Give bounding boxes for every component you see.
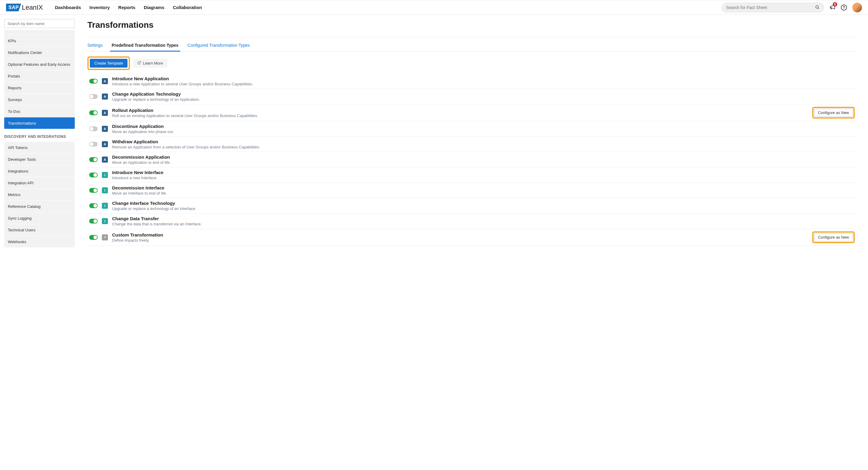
learn-more-label: Learn More	[143, 61, 163, 65]
enable-toggle[interactable]	[89, 79, 98, 84]
nav-links: Dashboards Inventory Reports Diagrams Co…	[55, 5, 202, 10]
row-text: Withdraw ApplicationRemove an Applicatio…	[112, 139, 855, 149]
nav-right: 5 ?	[721, 3, 862, 12]
nav-inventory[interactable]: Inventory	[90, 5, 110, 10]
transformation-row: ARollout ApplicationRoll out an existing…	[87, 105, 857, 121]
enable-toggle[interactable]	[89, 94, 98, 99]
enable-toggle[interactable]	[89, 110, 98, 115]
sidebar-item-webhooks[interactable]: Webhooks	[4, 236, 75, 247]
row-text: Decommission ApplicationMove an Applicat…	[112, 154, 855, 165]
svg-point-0	[816, 5, 818, 8]
sidebar-item-surveys[interactable]: Surveys	[4, 94, 75, 105]
sidebar-item-integration-api[interactable]: Integration API	[4, 177, 75, 188]
sidebar-item-notifications-center[interactable]: Notifications Center	[4, 47, 75, 58]
svg-line-2	[139, 62, 141, 63]
row-title: Introduce New Interface	[112, 170, 855, 175]
row-description: Move an Application into phase out.	[112, 129, 855, 134]
external-link-icon	[137, 61, 141, 65]
sidebar-item-truncated[interactable]	[4, 30, 75, 35]
enable-toggle[interactable]	[89, 235, 98, 240]
type-badge: I	[102, 187, 108, 194]
row-title: Change Data Transfer	[112, 216, 855, 221]
type-badge: ?	[102, 234, 108, 240]
enable-toggle[interactable]	[89, 157, 98, 162]
row-title: Decommission Application	[112, 154, 855, 159]
type-badge: A	[102, 110, 108, 116]
sidebar-item-reference-catalog[interactable]: Reference Catalog	[4, 201, 75, 212]
transformation-row: ADecommission ApplicationMove an Applica…	[87, 152, 857, 168]
sidebar-item-api-tokens[interactable]: API Tokens	[4, 142, 75, 153]
tabs: Settings Predefined Transformation Types…	[87, 43, 857, 52]
row-description: Remove an Application from a selection o…	[112, 145, 855, 149]
row-text: Introduce New ApplicationIntroduce a new…	[112, 76, 855, 86]
transformation-row: AChange Application TechnologyUpgrade or…	[87, 89, 857, 105]
sidebar-item-reports[interactable]: Reports	[4, 82, 75, 93]
sidebar-item-developer-tools[interactable]: Developer Tools	[4, 153, 75, 165]
transformation-row: IIntroduce New InterfaceIntroduce a new …	[87, 168, 857, 183]
logo[interactable]: SAP LeanIX	[6, 4, 43, 11]
enable-toggle[interactable]	[89, 188, 98, 193]
logo-sap-badge: SAP	[6, 4, 21, 11]
sidebar-item-transformations[interactable]: Transformations	[4, 117, 75, 129]
type-badge: I	[102, 203, 108, 209]
sidebar-search-input[interactable]	[4, 19, 75, 28]
nav-collaboration[interactable]: Collaboration	[173, 5, 202, 10]
enable-toggle[interactable]	[89, 126, 98, 131]
row-text: Change Data TransferChange the data that…	[112, 216, 855, 226]
configure-as-new-button[interactable]: Configure as New	[814, 233, 853, 241]
type-badge: A	[102, 126, 108, 132]
highlight-configure: Configure as New	[812, 107, 855, 119]
row-action: Configure as New	[812, 107, 855, 119]
row-text: Rollout ApplicationRoll out an existing …	[112, 108, 808, 118]
row-text: Custom TransformationDefine impacts free…	[112, 232, 808, 242]
row-text: Discontinue ApplicationMove an Applicati…	[112, 124, 855, 134]
nav-reports[interactable]: Reports	[118, 5, 135, 10]
row-description: Move an Interface to end of life.	[112, 191, 855, 196]
transformation-row: AWithdraw ApplicationRemove an Applicati…	[87, 137, 857, 152]
enable-toggle[interactable]	[89, 219, 98, 224]
row-description: Introduce a new Interface.	[112, 176, 855, 180]
sidebar-item-portals[interactable]: Portals	[4, 70, 75, 82]
sidebar-item-to-dos[interactable]: To-Dos	[4, 106, 75, 117]
sidebar-item-sync-logging[interactable]: Sync Logging	[4, 212, 75, 224]
row-title: Decommission Interface	[112, 185, 855, 190]
notifications-button[interactable]: 5	[830, 4, 835, 11]
search-icon[interactable]	[815, 5, 819, 10]
transformation-row: IDecommission InterfaceMove an Interface…	[87, 183, 857, 198]
type-badge: A	[102, 141, 108, 147]
action-bar: Create Template Learn More	[87, 56, 857, 70]
tab-predefined[interactable]: Predefined Transformation Types	[112, 43, 179, 51]
type-badge: A	[102, 78, 108, 84]
enable-toggle[interactable]	[89, 142, 98, 147]
configure-as-new-button[interactable]: Configure as New	[814, 109, 853, 117]
row-description: Upgrade or replace a technology of an In…	[112, 206, 855, 211]
logo-leanix-text: LeanIX	[22, 4, 43, 11]
sidebar: KPIsNotifications CenterOptional Feature…	[0, 15, 79, 470]
tab-configured[interactable]: Configured Transformation Types	[187, 43, 250, 51]
transformation-row: AIntroduce New ApplicationIntroduce a ne…	[87, 74, 857, 89]
global-search[interactable]	[721, 3, 824, 12]
sidebar-item-metrics[interactable]: Metrics	[4, 189, 75, 200]
svg-line-1	[818, 8, 819, 9]
nav-diagrams[interactable]: Diagrams	[144, 5, 164, 10]
row-text: Change Interface TechnologyUpgrade or re…	[112, 201, 855, 211]
notification-badge: 5	[833, 2, 837, 7]
learn-more-button[interactable]: Learn More	[133, 59, 167, 67]
global-search-input[interactable]	[726, 5, 815, 10]
nav-dashboards[interactable]: Dashboards	[55, 5, 81, 10]
row-title: Change Interface Technology	[112, 201, 855, 206]
sidebar-item-kpis[interactable]: KPIs	[4, 35, 75, 47]
row-description: Move an Application to end of life.	[112, 160, 855, 165]
sidebar-item-optional-features-and-early-access[interactable]: Optional Features and Early Access	[4, 59, 75, 70]
transformation-row: IChange Interface TechnologyUpgrade or r…	[87, 198, 857, 213]
create-template-button[interactable]: Create Template	[90, 59, 127, 67]
tab-settings[interactable]: Settings	[87, 43, 103, 51]
row-description: Roll out an existing Application to seve…	[112, 113, 808, 118]
sidebar-item-technical-users[interactable]: Technical Users	[4, 224, 75, 236]
sidebar-item-integrations[interactable]: Integrations	[4, 165, 75, 177]
help-icon[interactable]: ?	[841, 4, 847, 10]
user-avatar[interactable]	[852, 3, 862, 12]
enable-toggle[interactable]	[89, 203, 98, 208]
enable-toggle[interactable]	[89, 173, 98, 177]
type-badge: I	[102, 172, 108, 178]
